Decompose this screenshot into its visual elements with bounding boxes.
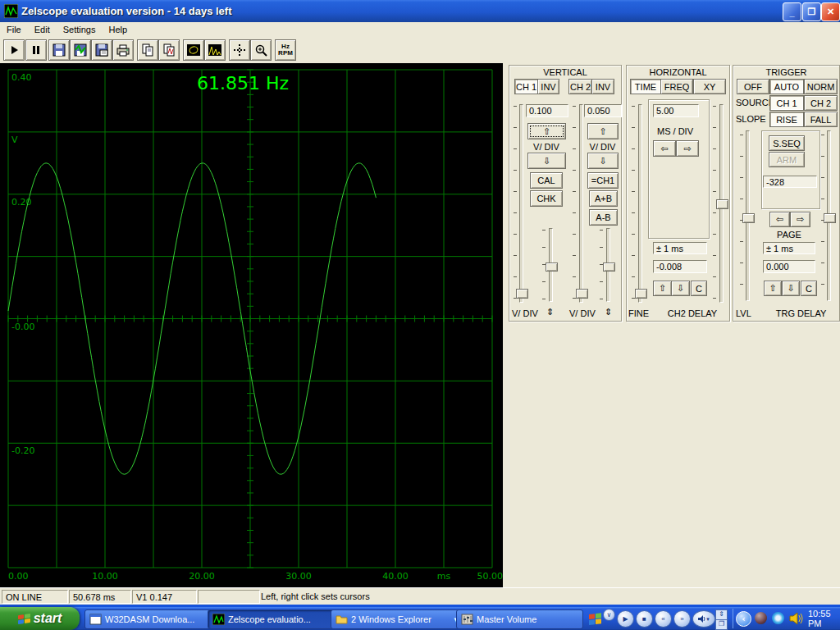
fine-slider-track[interactable] [638, 104, 642, 303]
source-label: SOURCE [736, 98, 774, 107]
wmp-next-button[interactable]: » [673, 610, 691, 628]
wmp-next-icon: » [680, 615, 683, 623]
single-seq-button[interactable]: S.SEQ [769, 135, 805, 151]
freq-mode-button[interactable]: FREQ [660, 79, 693, 94]
tray-messenger-icon[interactable] [772, 612, 784, 624]
task-w32dasm[interactable]: W32DASM Downloa... [84, 609, 215, 629]
ch1-chk-button[interactable]: CHK [530, 190, 563, 207]
save-data-button[interactable] [91, 39, 112, 61]
ch2-aminusb-button[interactable]: A-B [589, 209, 618, 226]
ch1-vdiv-down-button[interactable]: ⇩ [527, 153, 566, 169]
tray-collapse-button[interactable]: ‹ [736, 611, 751, 627]
copy-waveform-button[interactable] [158, 39, 180, 61]
trigger-off-button[interactable]: OFF [737, 79, 769, 94]
grip-updown-icon: ⇕ [719, 610, 724, 618]
pause-button[interactable] [25, 39, 47, 61]
level-slider-thumb[interactable] [742, 213, 755, 223]
msdiv-left-button[interactable]: ⇦ [653, 140, 676, 157]
minimize-button[interactable]: _ [783, 2, 801, 21]
ch1-updown-icon: ⇕ [546, 307, 554, 317]
status-cursor-time: 50.678 ms [69, 590, 131, 604]
ch1-vdiv-slider-thumb[interactable] [516, 289, 528, 299]
spectrum-button[interactable] [204, 39, 226, 61]
menu-edit[interactable]: Edit [28, 23, 57, 36]
ch2-eqch1-button[interactable]: =CH1 [587, 172, 619, 189]
windows-flag-icon [18, 613, 30, 623]
source-ch2-button[interactable]: CH 2 [804, 95, 838, 111]
ch2-vdiv-label: V/ DIV [584, 142, 621, 152]
cursors-button[interactable] [229, 39, 250, 61]
xy-mode-panel-button[interactable]: XY [693, 79, 726, 94]
xy-mode-button[interactable] [183, 39, 204, 61]
floppy-waveform-icon [74, 43, 87, 57]
svg-text:40.00: 40.00 [382, 571, 409, 582]
trg-delay-up-button[interactable]: ⇧ [764, 281, 782, 296]
ch2-invert-button[interactable]: INV [591, 79, 614, 94]
menu-help[interactable]: Help [102, 23, 134, 36]
tray-volume-icon[interactable] [789, 612, 804, 625]
zoom-button[interactable] [250, 39, 272, 61]
deskband-restore-button[interactable]: ❐ [715, 619, 728, 630]
trigger-level-value: -328 [763, 176, 817, 188]
ch2-vdiv-down-button[interactable]: ⇩ [587, 153, 619, 169]
ch2-delay-value: -0.008 [653, 260, 707, 273]
start-button[interactable]: start [0, 607, 80, 630]
task-master-volume[interactable]: Master Volume [456, 609, 583, 629]
source-ch1-button[interactable]: CH 1 [769, 95, 804, 111]
page-right-button[interactable]: ⇨ [790, 212, 810, 227]
ch2-vdiv-slider-track[interactable] [579, 104, 583, 303]
menu-file[interactable]: File [0, 23, 28, 36]
fine-slider-thumb[interactable] [635, 289, 647, 299]
ch2-vdiv-up-button[interactable]: ⇧ [587, 123, 619, 139]
ch2-delay-range: ± 1 ms [653, 242, 707, 254]
hz-rpm-button[interactable]: Hz RPM [275, 39, 296, 61]
ch2-delay-up-button[interactable]: ⇧ [653, 281, 672, 296]
wmp-chevron-button[interactable]: ∨ [603, 609, 615, 621]
slope-rise-button[interactable]: RISE [769, 112, 804, 127]
ch2-delay-down-button[interactable]: ⇩ [671, 281, 690, 296]
ch2-fine-slider-thumb[interactable] [603, 262, 615, 272]
arm-button[interactable]: ARM [769, 152, 805, 167]
trigger-norm-button[interactable]: NORM [804, 79, 838, 94]
ch1-vdiv-up-button[interactable]: ⇧ [527, 123, 566, 139]
task-explorer-group[interactable]: 2 Windows Explorer ▾ [331, 609, 463, 629]
ch1-invert-button[interactable]: INV [537, 79, 559, 94]
ch1-fine-slider-thumb[interactable] [546, 262, 558, 272]
ch2-delay-slider-thumb[interactable] [716, 199, 728, 209]
trigger-auto-button[interactable]: AUTO [769, 79, 804, 94]
wmp-stop-button[interactable]: ■ [636, 610, 653, 628]
ch2-button[interactable]: CH 2 [568, 79, 592, 94]
wmp-prev-button[interactable]: « [655, 610, 672, 628]
ch2-delay-clear-button[interactable]: C [691, 281, 707, 296]
trg-delay-clear-button[interactable]: C [801, 281, 817, 296]
trg-delay-slider-thumb[interactable] [824, 213, 836, 223]
time-mode-button[interactable]: TIME [630, 79, 661, 94]
save-button[interactable] [48, 39, 70, 61]
print-button[interactable] [112, 39, 134, 61]
msdiv-right-button[interactable]: ⇨ [676, 140, 699, 157]
slope-fall-button[interactable]: FALL [804, 112, 838, 127]
tray-camera-icon[interactable] [755, 612, 767, 624]
w32dasm-icon [89, 614, 102, 625]
wmp-volume-button[interactable]: ▾ [692, 610, 715, 628]
ch1-button[interactable]: CH 1 [514, 79, 538, 94]
close-button[interactable]: ✕ [821, 2, 840, 21]
trigger-title: TRIGGER [733, 67, 839, 77]
close-icon: ✕ [827, 7, 834, 17]
ch2-vdiv-slider-thumb[interactable] [576, 289, 588, 299]
maximize-button[interactable]: ❐ [802, 2, 821, 21]
ch2-aplusb-button[interactable]: A+B [589, 190, 618, 207]
save-waveform-button[interactable] [70, 39, 91, 61]
trg-delay-down-button[interactable]: ⇩ [782, 281, 800, 296]
task-zelscope[interactable]: Zelscope evaluatio... [208, 609, 338, 629]
ch1-vdiv-slider-track[interactable] [519, 104, 523, 303]
menu-settings[interactable]: Settings [57, 23, 103, 36]
run-button[interactable] [3, 39, 25, 61]
ch1-cal-button[interactable]: CAL [530, 172, 563, 189]
msdiv-label: MS / DIV [648, 126, 702, 136]
control-area: VERTICAL CH 1 INV CH 2 INV 0.100 ⇧ V/ DI… [503, 63, 840, 587]
copy-button[interactable] [137, 39, 158, 61]
wmp-play-button[interactable]: ▶ [617, 610, 634, 628]
page-left-button[interactable]: ⇦ [769, 212, 790, 227]
scope-display[interactable]: 0.40V0.20-0.00-0.200.0010.0020.0030.0040… [0, 63, 503, 587]
